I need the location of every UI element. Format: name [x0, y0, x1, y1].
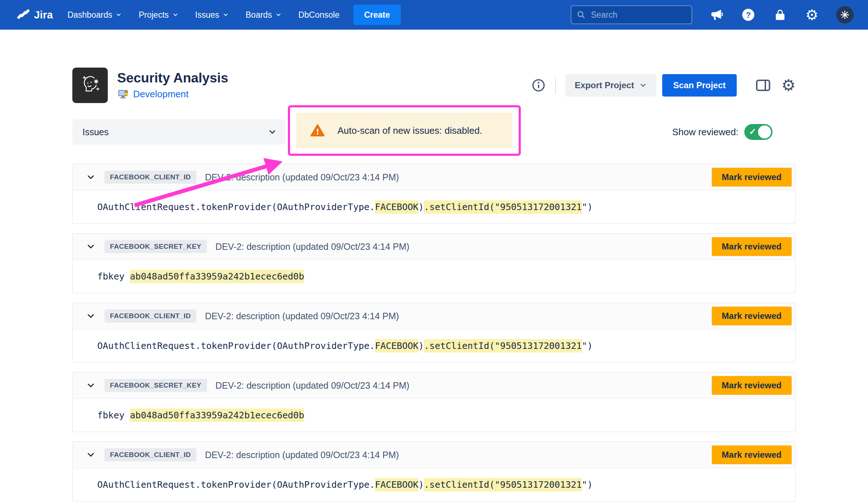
help-icon[interactable]: ? [741, 7, 756, 22]
issue-card: FACEBOOK_SECRET_KEY DEV-2: description (… [72, 372, 796, 432]
issue-body: OAuthClientRequest.tokenProvider(OAuthPr… [73, 191, 795, 223]
toggle-knob [758, 125, 771, 138]
jira-logo-icon [16, 7, 30, 23]
issue-card: FACEBOOK_CLIENT_ID DEV-2: description (u… [72, 164, 796, 224]
issue-list: FACEBOOK_CLIENT_ID DEV-2: description (u… [72, 164, 796, 501]
side-panel-icon[interactable] [755, 77, 771, 94]
code-highlight: ab048ad50ffa33959a242b1ecec6ed0b [130, 270, 304, 283]
show-reviewed-label: Show reviewed: [672, 127, 739, 138]
chevron-down-icon [639, 81, 647, 89]
warning-icon [310, 123, 325, 138]
chevron-down-icon[interactable] [86, 380, 96, 390]
nav-boards[interactable]: Boards [246, 10, 282, 20]
frozen-mind-icon [77, 72, 103, 98]
code-snippet: fbkey ab048ad50ffa33959a242b1ecec6ed0b [97, 271, 304, 282]
issue-header[interactable]: FACEBOOK_CLIENT_ID DEV-2: description (u… [73, 442, 795, 468]
lock-icon[interactable] [773, 7, 788, 22]
code-highlight: .setClientId("950513172001321 [424, 200, 582, 214]
dropdown-value: Issues [82, 127, 109, 137]
issue-title: DEV-2: description (updated 09/Oct/23 4:… [205, 172, 399, 183]
top-navbar: Jira Dashboards Projects Issues Boards D… [0, 0, 868, 30]
code-highlight: FACEBOOK [375, 339, 418, 353]
issue-header[interactable]: FACEBOOK_CLIENT_ID DEV-2: description (u… [73, 303, 795, 329]
issue-card: FACEBOOK_CLIENT_ID DEV-2: description (u… [72, 441, 796, 501]
code-text: OAuthClientRequest.tokenProvider(OAuthPr… [97, 479, 375, 490]
code-highlight: FACEBOOK [375, 478, 418, 491]
navbar-right: ? ⚙ [571, 5, 854, 24]
issue-title: DEV-2: description (updated 09/Oct/23 4:… [205, 311, 399, 321]
chevron-down-icon [222, 12, 229, 18]
project-avatar [72, 68, 108, 103]
create-button[interactable]: Create [353, 5, 401, 25]
issue-body: fbkey ab048ad50ffa33959a242b1ecec6ed0b [73, 399, 795, 432]
issue-type-badge: FACEBOOK_SECRET_KEY [105, 240, 207, 253]
main-nav: Dashboards Projects Issues Boards DbCons… [67, 10, 339, 20]
mark-reviewed-button[interactable]: Mark reviewed [712, 445, 792, 464]
code-text: ) [418, 341, 424, 351]
code-text: ) [418, 479, 424, 490]
snowflake-icon [840, 10, 850, 20]
project-titles: Security Analysis Development [117, 71, 228, 100]
issue-type-badge: FACEBOOK_CLIENT_ID [105, 448, 196, 461]
code-snippet: OAuthClientRequest.tokenProvider(OAuthPr… [97, 202, 593, 212]
code-highlight: ab048ad50ffa33959a242b1ecec6ed0b [130, 409, 304, 422]
project-header: Security Analysis Development [72, 68, 796, 103]
navbar-search[interactable] [571, 5, 692, 24]
mark-reviewed-button[interactable]: Mark reviewed [712, 376, 792, 395]
nav-issues[interactable]: Issues [195, 10, 229, 20]
code-highlight: .setClientId("950513172001321 [424, 339, 582, 353]
chevron-down-icon [172, 12, 179, 18]
code-text: OAuthClientRequest.tokenProvider(OAuthPr… [97, 341, 375, 351]
secure-computer-icon [117, 88, 129, 100]
code-text: ) [418, 202, 424, 212]
chevron-down-icon [275, 12, 282, 18]
announcements-icon[interactable] [709, 7, 724, 22]
issues-filter-dropdown[interactable]: Issues [72, 119, 286, 145]
nav-dashboards[interactable]: Dashboards [67, 10, 122, 20]
export-project-button[interactable]: Export Project [565, 74, 656, 97]
issue-title: DEV-2: description (updated 09/Oct/23 4:… [205, 450, 399, 460]
nav-dbconsole[interactable]: DbConsole [298, 10, 340, 20]
code-text: ") [582, 479, 593, 490]
code-snippet: OAuthClientRequest.tokenProvider(OAuthPr… [97, 341, 593, 351]
gear-icon[interactable]: ⚙ [804, 7, 820, 22]
warning-text: Auto-scan of new issues: disabled. [337, 125, 482, 136]
issue-header[interactable]: FACEBOOK_CLIENT_ID DEV-2: description (u… [73, 164, 795, 191]
issue-type-badge: FACEBOOK_CLIENT_ID [105, 309, 196, 323]
scan-project-button[interactable]: Scan Project [662, 74, 736, 97]
search-icon [576, 10, 586, 20]
auto-scan-warning-banner: Auto-scan of new issues: disabled. [296, 113, 512, 148]
issue-type-badge: FACEBOOK_CLIENT_ID [105, 171, 196, 184]
app-avatar[interactable] [836, 6, 854, 24]
code-highlight: FACEBOOK [375, 200, 418, 214]
chevron-down-icon[interactable] [86, 172, 96, 182]
issue-type-badge: FACEBOOK_SECRET_KEY [105, 379, 207, 392]
code-text: fbkey [97, 410, 130, 420]
mark-reviewed-button[interactable]: Mark reviewed [712, 307, 792, 325]
search-input[interactable] [590, 10, 686, 20]
issue-header[interactable]: FACEBOOK_SECRET_KEY DEV-2: description (… [73, 234, 795, 260]
code-text: ") [582, 202, 593, 212]
settings-gear-icon[interactable]: ⚙ [782, 77, 796, 93]
page-title: Security Analysis [117, 71, 228, 86]
project-link-row: Development [117, 88, 228, 100]
show-reviewed-toggle[interactable]: ✓ [744, 124, 773, 140]
mark-reviewed-button[interactable]: Mark reviewed [712, 237, 792, 256]
chevron-down-icon[interactable] [86, 450, 96, 460]
info-icon[interactable] [531, 78, 546, 93]
chevron-down-icon[interactable] [86, 311, 96, 321]
code-text: ") [582, 341, 593, 351]
code-text: OAuthClientRequest.tokenProvider(OAuthPr… [97, 202, 375, 212]
jira-logo[interactable]: Jira [16, 7, 53, 23]
divider [555, 77, 556, 94]
issue-title: DEV-2: description (updated 09/Oct/23 4:… [216, 380, 409, 391]
issue-title: DEV-2: description (updated 09/Oct/23 4:… [216, 242, 409, 252]
project-link[interactable]: Development [133, 89, 188, 100]
chevron-down-icon [268, 127, 277, 137]
jira-logo-text: Jira [34, 9, 53, 21]
mark-reviewed-button[interactable]: Mark reviewed [712, 168, 792, 187]
chevron-down-icon[interactable] [86, 242, 96, 252]
page: Jira Dashboards Projects Issues Boards D… [0, 0, 868, 504]
issue-header[interactable]: FACEBOOK_SECRET_KEY DEV-2: description (… [73, 372, 795, 399]
nav-projects[interactable]: Projects [139, 10, 178, 20]
